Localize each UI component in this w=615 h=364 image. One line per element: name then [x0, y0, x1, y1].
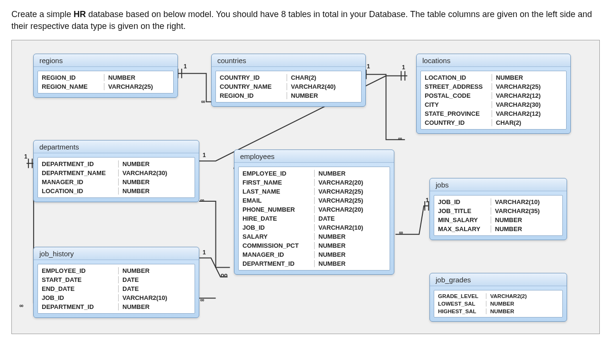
column-name: LAST_NAME [239, 188, 315, 195]
column-type: NUMBER [486, 301, 518, 307]
column-row: DEPARTMENT_IDNUMBER [38, 302, 195, 311]
column-name: MIN_SALARY [434, 216, 491, 224]
column-type: NUMBER [315, 170, 349, 177]
column-name: DEPARTMENT_NAME [38, 169, 119, 177]
column-type: VARCHAR2(12) [492, 110, 544, 117]
column-row: COMMISSION_PCTNUMBER [239, 241, 390, 250]
column-type: NUMBER [287, 92, 322, 99]
column-row: LAST_NAMEVARCHAR2(25) [239, 187, 390, 196]
card-countries-inf: ∞ [200, 98, 206, 105]
column-row: MAX_SALARYNUMBER [434, 224, 562, 233]
column-name: PHONE_NUMBER [239, 206, 315, 213]
entity-title: job_grades [430, 273, 567, 286]
column-name: DEPARTMENT_ID [38, 303, 119, 310]
entity-countries: countries COUNTRY_IDCHAR(2)COUNTRY_NAMEV… [211, 54, 366, 107]
column-row: END_DATEDATE [38, 284, 195, 293]
column-row: GRADE_LEVELVARCHAR2(2) [434, 292, 562, 300]
column-name: HIRE_DATE [239, 215, 315, 222]
column-name: SALARY [239, 233, 315, 240]
column-type: NUMBER [486, 308, 518, 314]
column-row: JOB_IDVARCHAR2(10) [38, 293, 195, 302]
card-dept-1: 1 [202, 152, 207, 159]
entity-title: locations [417, 54, 570, 67]
column-row: LOCATION_IDNUMBER [38, 187, 195, 196]
column-row: CITYVARCHAR2(30) [421, 100, 566, 109]
entity-regions: regions REGION_IDNUMBERREGION_NAMEVARCHA… [33, 54, 178, 98]
entity-title: countries [212, 54, 365, 67]
column-name: LOCATION_ID [421, 74, 492, 81]
column-type: DATE [315, 215, 338, 222]
column-type: VARCHAR2(25) [104, 83, 157, 90]
column-name: DEPARTMENT_ID [38, 160, 119, 168]
entity-title: employees [234, 150, 394, 163]
column-type: VARCHAR2(30) [119, 169, 171, 177]
column-name: POSTAL_CODE [421, 92, 492, 99]
card-jobhist-left-inf: ∞ [19, 302, 25, 309]
column-row: JOB_IDVARCHAR2(10) [239, 223, 390, 232]
column-type: VARCHAR2(20) [315, 206, 367, 213]
column-type: NUMBER [119, 267, 153, 274]
entity-columns: JOB_IDVARCHAR2(10)JOB_TITLEVARCHAR2(35)M… [434, 195, 563, 236]
column-type: VARCHAR2(10) [119, 294, 171, 301]
column-row: REGION_IDNUMBER [38, 73, 173, 82]
entity-departments: departments DEPARTMENT_IDNUMBERDEPARTMEN… [33, 140, 199, 202]
card-emp-inf2: oo [220, 272, 229, 279]
column-type: DATE [119, 285, 142, 292]
entity-title: jobs [430, 178, 567, 191]
entity-title: job_history [34, 247, 199, 260]
instr-bold: HR [74, 9, 86, 19]
column-name: COUNTRY_NAME [216, 83, 287, 90]
instr-post: database based on below model. You shoul… [11, 9, 592, 31]
column-name: MAX_SALARY [434, 225, 491, 233]
column-type: NUMBER [491, 216, 526, 224]
column-name: JOB_ID [239, 224, 315, 231]
column-type: VARCHAR2(20) [315, 179, 367, 186]
column-row: MANAGER_IDNUMBER [239, 250, 390, 259]
entity-columns: LOCATION_IDNUMBERSTREET_ADDRESSVARCHAR2(… [420, 71, 567, 130]
card-regions-1: 1 [183, 63, 188, 70]
column-name: COUNTRY_ID [216, 74, 287, 81]
column-type: NUMBER [119, 160, 153, 168]
column-name: STREET_ADDRESS [421, 83, 492, 90]
column-type: VARCHAR2(30) [492, 101, 544, 108]
column-name: REGION_ID [38, 74, 104, 81]
column-name: CITY [421, 101, 492, 108]
entity-job-history: job_history EMPLOYEE_IDNUMBERSTART_DATED… [33, 247, 199, 318]
column-type: VARCHAR2(10) [491, 198, 543, 205]
column-name: JOB_TITLE [434, 207, 491, 215]
column-type: VARCHAR2(35) [491, 207, 543, 215]
column-row: MANAGER_IDNUMBER [38, 177, 195, 187]
column-name: STATE_PROVINCE [421, 110, 492, 117]
card-dept-inf: ∞ [199, 197, 205, 204]
column-row: REGION_NAMEVARCHAR2(25) [38, 82, 173, 91]
column-row: JOB_IDVARCHAR2(10) [434, 197, 562, 206]
column-name: JOB_ID [38, 294, 119, 301]
column-type: NUMBER [315, 242, 349, 249]
entity-title: departments [34, 140, 199, 153]
card-emp-right-inf: ∞ [398, 229, 404, 236]
column-type: VARCHAR2(10) [315, 224, 367, 231]
column-row: START_DATEDATE [38, 275, 195, 284]
column-type: VARCHAR2(25) [315, 188, 367, 195]
column-row: EMPLOYEE_IDNUMBER [239, 169, 390, 178]
entity-columns: COUNTRY_IDCHAR(2)COUNTRY_NAMEVARCHAR2(40… [215, 71, 362, 103]
column-row: REGION_IDNUMBER [216, 91, 361, 100]
column-type: CHAR(2) [492, 119, 525, 126]
column-type: NUMBER [315, 233, 349, 240]
column-name: LOWEST_SAL [434, 301, 486, 307]
column-name: REGION_ID [216, 92, 287, 99]
column-row: STATE_PROVINCEVARCHAR2(12) [421, 109, 566, 118]
column-name: END_DATE [38, 285, 119, 292]
column-row: STREET_ADDRESSVARCHAR2(25) [421, 82, 566, 91]
column-row: DEPARTMENT_NAMEVARCHAR2(30) [38, 168, 195, 177]
column-row: LOCATION_IDNUMBER [421, 73, 566, 82]
column-row: SALARYNUMBER [239, 232, 390, 241]
column-type: VARCHAR2(2) [486, 293, 531, 299]
column-row: DEPARTMENT_IDNUMBER [239, 259, 390, 268]
column-row: LOWEST_SALNUMBER [434, 300, 562, 308]
column-name: COMMISSION_PCT [239, 242, 315, 249]
entity-columns: EMPLOYEE_IDNUMBERSTART_DATEDATEEND_DATED… [37, 264, 195, 314]
entity-title: regions [34, 54, 177, 67]
entity-columns: REGION_IDNUMBERREGION_NAMEVARCHAR2(25) [37, 71, 174, 93]
instructions-text: Create a simple HR database based on bel… [11, 9, 604, 32]
